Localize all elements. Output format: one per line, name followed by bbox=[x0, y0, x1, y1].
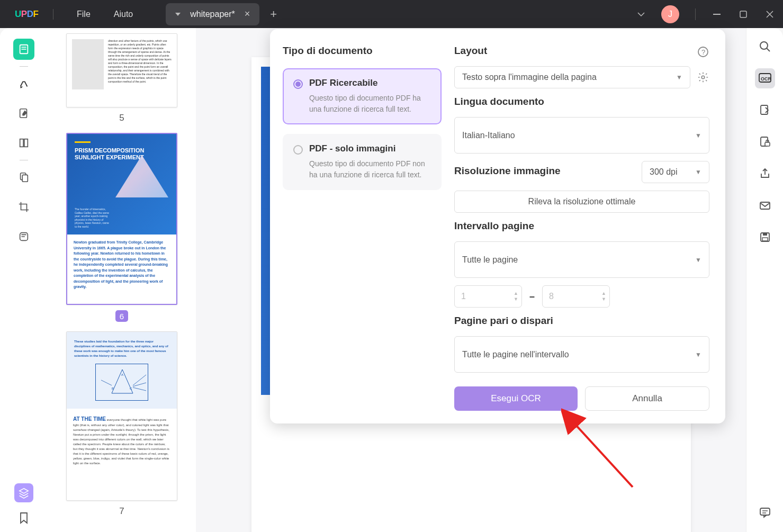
svg-text:OCR: OCR bbox=[761, 76, 772, 82]
search-icon[interactable] bbox=[755, 37, 775, 57]
page-range-label: Intervallo pagine bbox=[454, 220, 709, 232]
left-toolbar bbox=[0, 28, 48, 532]
svg-rect-22 bbox=[763, 233, 767, 236]
svg-rect-20 bbox=[760, 202, 770, 209]
range-dash: – bbox=[529, 291, 535, 302]
thumbnail-panel: direction and other factors of the point… bbox=[48, 28, 196, 532]
radio-icon bbox=[293, 145, 303, 155]
chevron-down-icon: ▼ bbox=[695, 256, 701, 264]
doc-type-image-only-desc: Questo tipo di documento PDF non ha una … bbox=[309, 158, 431, 181]
menu-help[interactable]: Aiuto bbox=[114, 10, 133, 19]
svg-rect-19 bbox=[765, 142, 770, 146]
user-avatar[interactable]: J bbox=[661, 5, 679, 23]
chevron-down-icon: ▼ bbox=[695, 168, 701, 176]
account-dropdown-icon[interactable] bbox=[637, 12, 645, 17]
svg-rect-17 bbox=[761, 105, 768, 114]
lock-icon[interactable] bbox=[755, 132, 775, 152]
resolution-select[interactable]: 300 dpi ▼ bbox=[642, 161, 709, 183]
window-close-button[interactable] bbox=[757, 4, 783, 25]
svg-rect-23 bbox=[762, 238, 768, 241]
layout-label: Layout bbox=[454, 45, 487, 57]
svg-text:?: ? bbox=[701, 48, 705, 56]
convert-icon[interactable] bbox=[755, 100, 775, 120]
svg-rect-24 bbox=[760, 508, 770, 515]
page-number-7: 7 bbox=[119, 506, 124, 517]
page-thumbnail-7[interactable]: These studies laid the foundation for th… bbox=[66, 331, 177, 501]
page-number-5: 5 bbox=[119, 113, 124, 123]
execute-ocr-button[interactable]: Esegui OCR bbox=[454, 386, 578, 411]
doc-type-image-only-title: PDF - solo immagini bbox=[309, 143, 431, 154]
edit-tool[interactable] bbox=[13, 103, 34, 124]
chevron-down-icon: ▼ bbox=[676, 74, 682, 81]
right-toolbar: OCR bbox=[746, 28, 783, 532]
page-thumbnail-5[interactable]: direction and other factors of the point… bbox=[66, 33, 177, 107]
thumb-7-headline: AT THE TIME bbox=[73, 416, 106, 422]
doc-type-image-only[interactable]: PDF - solo immagini Questo tipo di docum… bbox=[283, 134, 442, 190]
bookmark-button[interactable] bbox=[19, 512, 29, 525]
reader-tool[interactable] bbox=[13, 39, 34, 60]
menu-file[interactable]: File bbox=[77, 10, 91, 19]
resolution-label: Risoluzione immagine bbox=[454, 165, 561, 177]
radio-icon bbox=[293, 79, 303, 89]
doc-type-searchable[interactable]: PDF Ricercabile Questo tipo di documento… bbox=[283, 68, 442, 124]
crop-tool[interactable] bbox=[13, 196, 34, 218]
share-icon[interactable] bbox=[755, 164, 775, 184]
detect-optimal-button[interactable]: Rileva la risoluzione ottimale bbox=[454, 191, 709, 213]
doc-type-searchable-title: PDF Ricercabile bbox=[309, 78, 431, 88]
svg-text:A: A bbox=[121, 373, 123, 376]
svg-text:C: C bbox=[130, 387, 132, 390]
layout-select[interactable]: Testo sopra l'immagine della pagina ▼ bbox=[454, 66, 690, 88]
thumb-6-title: PRISM DECOMPOSITION SUNLIGHT EXPERIMENT bbox=[75, 147, 169, 161]
copy-tool[interactable] bbox=[13, 167, 34, 188]
tab-close-icon[interactable]: × bbox=[245, 8, 250, 20]
window-minimize-button[interactable] bbox=[704, 4, 730, 25]
page-number-6: 6 bbox=[115, 310, 128, 322]
titlebar: UPDF File Aiuto whitepaper* × + J bbox=[0, 0, 783, 28]
chevron-down-icon: ▼ bbox=[695, 132, 701, 139]
gear-icon[interactable] bbox=[697, 71, 709, 84]
page-thumbnail-6[interactable]: PRISM DECOMPOSITION SUNLIGHT EXPERIMENT … bbox=[66, 133, 177, 305]
doc-type-searchable-desc: Questo tipo di documento PDF ha una funz… bbox=[309, 93, 431, 115]
parity-label: Pagine pari o dispari bbox=[454, 315, 709, 327]
redact-tool[interactable] bbox=[13, 226, 34, 247]
email-icon[interactable] bbox=[755, 195, 775, 215]
document-type-heading: Tipo di documento bbox=[283, 45, 442, 57]
comment-icon[interactable] bbox=[755, 502, 775, 522]
help-icon[interactable]: ? bbox=[697, 46, 709, 58]
layers-button[interactable] bbox=[14, 483, 33, 502]
svg-rect-7 bbox=[24, 139, 28, 147]
svg-point-14 bbox=[760, 42, 768, 49]
stepper-icons[interactable]: ▲▼ bbox=[601, 291, 606, 302]
page-to-input[interactable]: 8 ▲▼ bbox=[542, 285, 610, 308]
language-label: Lingua documento bbox=[454, 96, 709, 107]
svg-rect-9 bbox=[22, 175, 28, 182]
document-tab[interactable]: whitepaper* × bbox=[166, 3, 259, 25]
svg-rect-1 bbox=[740, 11, 746, 17]
tab-title: whitepaper* bbox=[190, 10, 235, 19]
chevron-down-icon: ▼ bbox=[695, 351, 701, 358]
svg-rect-3 bbox=[21, 47, 26, 48]
thumb-6-excerpt: Newton graduated from Trinity College, C… bbox=[67, 235, 176, 295]
svg-rect-0 bbox=[713, 14, 721, 15]
svg-point-27 bbox=[701, 76, 705, 79]
svg-text:B: B bbox=[112, 387, 114, 390]
svg-rect-4 bbox=[21, 49, 26, 50]
page-from-input[interactable]: 1 ▲▼ bbox=[454, 285, 522, 308]
page-tool[interactable] bbox=[13, 132, 34, 154]
tab-dropdown-icon[interactable] bbox=[175, 13, 181, 16]
new-tab-button[interactable]: + bbox=[270, 7, 277, 21]
cancel-button[interactable]: Annulla bbox=[585, 386, 709, 411]
ocr-icon[interactable]: OCR bbox=[755, 68, 775, 88]
stepper-icons[interactable]: ▲▼ bbox=[514, 291, 518, 302]
parity-select[interactable]: Tutte le pagine nell'intervallo ▼ bbox=[454, 336, 709, 373]
save-icon[interactable] bbox=[755, 227, 775, 247]
app-logo: UPDF bbox=[15, 9, 41, 20]
highlight-tool[interactable] bbox=[13, 73, 34, 94]
page-range-select[interactable]: Tutte le pagine ▼ bbox=[454, 241, 709, 278]
svg-rect-6 bbox=[20, 139, 23, 147]
ocr-settings-panel: Tipo di documento PDF Ricercabile Questo… bbox=[270, 29, 725, 423]
window-maximize-button[interactable] bbox=[730, 4, 757, 25]
language-select[interactable]: Italian-Italiano ▼ bbox=[454, 117, 709, 154]
